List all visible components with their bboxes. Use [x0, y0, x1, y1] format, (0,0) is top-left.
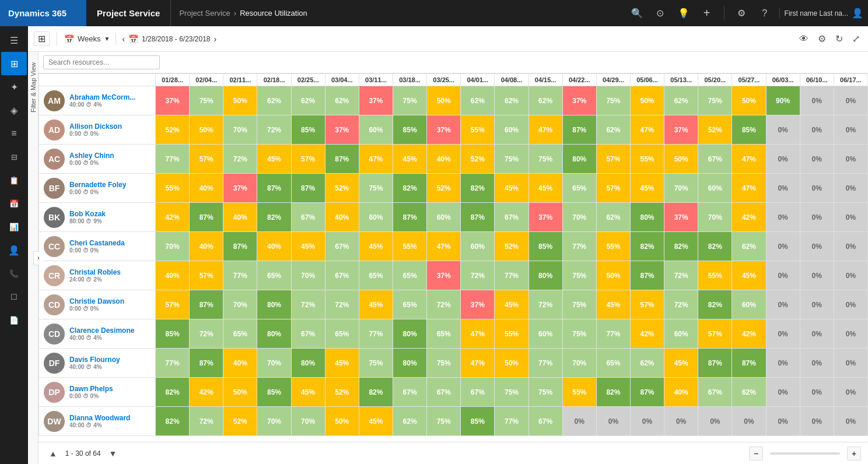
filter-settings-icon[interactable]: ⚙ — [816, 31, 828, 47]
utilization-cell[interactable]: 62% — [461, 86, 495, 115]
lightbulb-icon[interactable]: 💡 — [675, 8, 692, 19]
utilization-cell[interactable]: 40% — [427, 145, 461, 174]
utilization-cell[interactable]: 60% — [528, 319, 562, 349]
utilization-cell[interactable]: 47% — [359, 145, 393, 174]
utilization-cell[interactable]: 80% — [291, 349, 325, 378]
weeks-dropdown-icon[interactable]: ▼ — [104, 36, 110, 42]
utilization-cell[interactable]: 82% — [630, 232, 664, 261]
utilization-cell[interactable]: 55% — [698, 261, 732, 290]
utilization-cell[interactable]: 70% — [291, 407, 325, 436]
utilization-cell[interactable]: 80% — [257, 290, 291, 319]
utilization-cell[interactable]: 60% — [732, 290, 766, 319]
utilization-cell[interactable]: 87% — [630, 261, 664, 290]
zoom-in-btn[interactable]: + — [847, 447, 861, 461]
utilization-cell[interactable]: 65% — [393, 290, 426, 319]
app-name[interactable]: Project Service — [86, 0, 171, 26]
next-date-btn[interactable]: › — [214, 34, 217, 44]
utilization-cell[interactable]: 0% — [834, 145, 867, 174]
utilization-cell[interactable]: 72% — [190, 319, 223, 349]
utilization-cell[interactable]: 67% — [291, 203, 325, 232]
utilization-cell[interactable]: 45% — [495, 290, 528, 319]
utilization-cell[interactable]: 0% — [834, 349, 867, 378]
utilization-cell[interactable]: 57% — [596, 174, 630, 203]
utilization-cell[interactable]: 82% — [156, 378, 190, 407]
utilization-cell[interactable]: 70% — [223, 290, 257, 319]
utilization-cell[interactable]: 60% — [698, 174, 732, 203]
utilization-cell[interactable]: 0% — [766, 203, 800, 232]
utilization-cell[interactable]: 82% — [156, 407, 190, 436]
utilization-cell[interactable]: 75% — [495, 145, 528, 174]
utilization-cell[interactable]: 85% — [528, 232, 562, 261]
sidebar-list1-icon[interactable]: ≡ — [1, 122, 27, 145]
utilization-cell[interactable]: 60% — [359, 115, 393, 145]
table-scroll-area[interactable]: 01/28... 02/04... 02/11... 02/18... 02/2… — [38, 73, 868, 442]
utilization-cell[interactable]: 0% — [664, 407, 698, 436]
utilization-cell[interactable]: 37% — [528, 203, 562, 232]
utilization-cell[interactable]: 0% — [834, 174, 867, 203]
utilization-cell[interactable]: 82% — [664, 232, 698, 261]
utilization-cell[interactable]: 0% — [766, 407, 800, 436]
utilization-cell[interactable]: 37% — [359, 86, 393, 115]
utilization-cell[interactable]: 0% — [630, 407, 664, 436]
utilization-cell[interactable]: 0% — [766, 115, 800, 145]
utilization-cell[interactable]: 47% — [630, 115, 664, 145]
help-icon[interactable]: ? — [756, 8, 774, 19]
utilization-cell[interactable]: 0% — [766, 319, 800, 349]
utilization-cell[interactable]: 75% — [427, 407, 461, 436]
utilization-cell[interactable]: 37% — [325, 115, 359, 145]
view-toggle-icon[interactable]: 👁 — [797, 31, 811, 47]
utilization-cell[interactable]: 62% — [325, 86, 359, 115]
utilization-cell[interactable]: 67% — [495, 203, 528, 232]
sidebar-apps-icon[interactable]: ✦ — [1, 75, 27, 99]
utilization-cell[interactable]: 75% — [528, 378, 562, 407]
utilization-cell[interactable]: 67% — [325, 232, 359, 261]
utilization-cell[interactable]: 80% — [257, 319, 291, 349]
utilization-cell[interactable]: 52% — [427, 174, 461, 203]
utilization-cell[interactable]: 0% — [834, 378, 867, 407]
resource-name[interactable]: Ashley Chinn — [69, 152, 114, 160]
user-profile[interactable]: First name Last na... 👤 — [779, 8, 868, 19]
utilization-cell[interactable]: 75% — [393, 86, 426, 115]
utilization-cell[interactable]: 80% — [393, 319, 426, 349]
utilization-cell[interactable]: 82% — [698, 232, 732, 261]
utilization-cell[interactable]: 0% — [800, 115, 834, 145]
utilization-cell[interactable]: 72% — [664, 261, 698, 290]
utilization-cell[interactable]: 70% — [156, 232, 190, 261]
utilization-cell[interactable]: 62% — [393, 407, 426, 436]
utilization-cell[interactable]: 72% — [325, 290, 359, 319]
utilization-cell[interactable]: 50% — [190, 115, 223, 145]
utilization-cell[interactable]: 45% — [528, 174, 562, 203]
utilization-cell[interactable]: 55% — [393, 232, 426, 261]
utilization-cell[interactable]: 62% — [596, 203, 630, 232]
utilization-cell[interactable]: 55% — [562, 378, 596, 407]
utilization-cell[interactable]: 85% — [257, 378, 291, 407]
utilization-cell[interactable]: 45% — [393, 145, 426, 174]
utilization-cell[interactable]: 82% — [596, 378, 630, 407]
resource-name[interactable]: Davis Flournoy — [69, 356, 120, 364]
utilization-cell[interactable]: 50% — [223, 86, 257, 115]
utilization-cell[interactable]: 65% — [427, 319, 461, 349]
utilization-cell[interactable]: 70% — [562, 203, 596, 232]
utilization-cell[interactable]: 87% — [291, 174, 325, 203]
utilization-cell[interactable]: 82% — [393, 174, 426, 203]
utilization-cell[interactable]: 60% — [427, 203, 461, 232]
utilization-cell[interactable]: 70% — [257, 349, 291, 378]
utilization-cell[interactable]: 70% — [257, 407, 291, 436]
utilization-cell[interactable]: 70% — [223, 115, 257, 145]
utilization-cell[interactable]: 50% — [630, 86, 664, 115]
utilization-cell[interactable]: 45% — [596, 290, 630, 319]
utilization-cell[interactable]: 75% — [495, 378, 528, 407]
utilization-cell[interactable]: 0% — [834, 86, 867, 115]
sidebar-report-icon[interactable]: 📊 — [1, 215, 27, 238]
utilization-cell[interactable]: 0% — [766, 232, 800, 261]
resource-name[interactable]: Allison Dickson — [69, 122, 122, 131]
resource-name[interactable]: Abraham McCorm... — [69, 93, 135, 101]
sidebar-person-icon[interactable]: 👤 — [1, 238, 27, 262]
utilization-cell[interactable]: 52% — [325, 378, 359, 407]
utilization-cell[interactable]: 55% — [461, 115, 495, 145]
page-down-btn[interactable]: ▼ — [106, 448, 121, 459]
utilization-cell[interactable]: 45% — [630, 174, 664, 203]
utilization-cell[interactable]: 57% — [190, 145, 223, 174]
resource-name[interactable]: Clarence Desimone — [69, 326, 134, 335]
utilization-cell[interactable]: 75% — [359, 349, 393, 378]
